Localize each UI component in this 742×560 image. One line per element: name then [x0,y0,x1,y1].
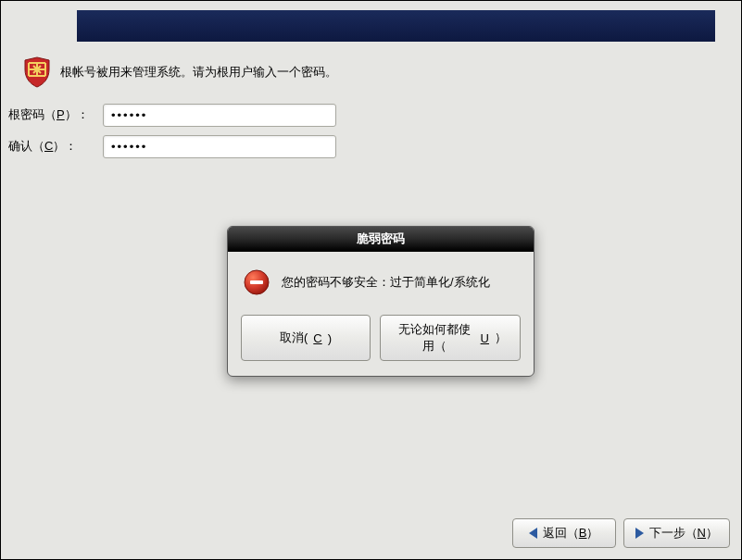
use-anyway-suffix: ） [495,330,507,346]
cancel-button[interactable]: 取消(C) [241,315,371,361]
root-password-row: 根密码（P）： [8,101,336,129]
root-password-label-suffix: ）： [65,107,89,121]
next-suffix: ） [706,526,718,540]
use-anyway-prefix: 无论如何都使用（ [394,321,475,355]
dialog-title: 脆弱密码 [357,230,405,247]
root-password-label-prefix: 根密码（ [8,107,57,121]
error-icon [243,268,270,296]
dialog-buttons: 取消(C) 无论如何都使用（U） [228,307,534,376]
next-prefix: 下一步（ [649,526,698,540]
cancel-suffix: ) [328,331,332,345]
svg-rect-2 [250,280,263,284]
footer: 返回（B） 下一步（N） [512,518,730,548]
cancel-prefix: 取消( [280,330,308,346]
back-suffix: ） [586,526,598,540]
use-anyway-accel: U [481,331,489,345]
dialog-titlebar: 脆弱密码 [228,227,534,252]
confirm-password-row: 确认（C）： [8,132,336,160]
confirm-password-input[interactable] [103,135,336,158]
arrow-right-icon [635,528,644,539]
intro-row: 根帐号被用来管理系统。请为根用户输入一个密码。 [23,56,719,88]
top-banner [77,10,715,42]
confirm-password-label: 确认（C）： [8,138,103,155]
form-area: 根密码（P）： 确认（C）： [8,101,336,164]
root-password-label: 根密码（P）： [8,106,103,123]
use-anyway-button[interactable]: 无论如何都使用（U） [380,315,521,361]
weak-password-dialog: 脆弱密码 您的密码不够安全：过于简单化/系统化 取消(C) 无论如何都使 [227,226,534,377]
intro-text: 根帐号被用来管理系统。请为根用户输入一个密码。 [60,64,337,81]
dialog-body: 您的密码不够安全：过于简单化/系统化 [228,252,534,307]
confirm-accel: C [44,139,53,153]
confirm-label-prefix: 确认（ [8,139,44,153]
confirm-label-suffix: ）： [53,139,77,153]
arrow-left-icon [529,528,537,539]
root-password-input[interactable] [103,104,336,127]
next-accel: N [698,526,706,540]
back-button[interactable]: 返回（B） [512,518,616,548]
next-button[interactable]: 下一步（N） [623,518,730,548]
cancel-accel: C [313,331,321,345]
root-password-accel: P [57,107,65,121]
dialog-message: 您的密码不够安全：过于简单化/系统化 [282,274,490,291]
back-prefix: 返回（ [543,526,579,540]
shield-icon [23,56,51,88]
